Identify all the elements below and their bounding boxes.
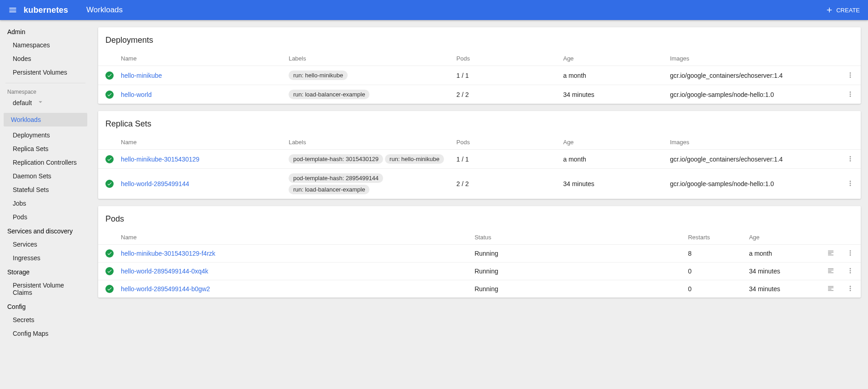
more-actions-icon[interactable]: [846, 248, 855, 258]
caret-down-icon: [36, 98, 45, 107]
more-actions-icon[interactable]: [846, 284, 855, 293]
col-labels: Labels: [285, 135, 453, 150]
col-name: Name: [117, 135, 285, 150]
sidebar-item-replication-controllers[interactable]: Replication Controllers: [0, 156, 91, 169]
label-chip: run: hello-minikube: [289, 71, 348, 80]
pods-table: Name Status Restarts Age hello-minikube-…: [98, 230, 861, 298]
resource-link[interactable]: hello-minikube-3015430129: [121, 156, 200, 163]
more-actions-icon[interactable]: [846, 154, 855, 163]
cell-age: 34 minutes: [745, 280, 822, 298]
cell-restarts: 0: [684, 263, 745, 280]
resource-link[interactable]: hello-world-2895499144-b0gw2: [121, 285, 210, 293]
deployments-title: Deployments: [98, 27, 861, 51]
app-header: kubernetes Workloads CREATE: [0, 0, 868, 20]
replicasets-title: Replica Sets: [98, 111, 861, 135]
cell-age: 34 minutes: [559, 85, 666, 104]
sidebar-item-config-maps[interactable]: Config Maps: [0, 327, 91, 340]
label-chip: run: hello-minikube: [385, 154, 444, 164]
sidebar-item-workloads[interactable]: Workloads: [4, 113, 87, 126]
sidebar-item-pods[interactable]: Pods: [0, 210, 91, 224]
col-restarts: Restarts: [684, 230, 745, 245]
sidebar-group-services: Services and discovery: [0, 224, 91, 237]
table-row: hello-worldrun: load-balancer-example2 /…: [98, 85, 861, 104]
sidebar-item-nodes[interactable]: Nodes: [0, 52, 91, 66]
status-ok-icon: [105, 180, 114, 188]
sidebar-item-persistent-volumes[interactable]: Persistent Volumes: [0, 66, 91, 79]
table-row: hello-minikube-3015430129pod-template-ha…: [98, 150, 861, 169]
cell-images: gcr.io/google_containers/echoserver:1.4: [666, 150, 840, 169]
more-actions-icon[interactable]: [846, 266, 855, 275]
resource-link[interactable]: hello-world: [121, 91, 152, 98]
col-age: Age: [559, 51, 666, 66]
logs-icon[interactable]: [826, 248, 835, 258]
col-images: Images: [666, 135, 840, 150]
sidebar-group-admin: Admin: [0, 25, 91, 38]
sidebar-item-daemon-sets[interactable]: Daemon Sets: [0, 169, 91, 183]
cell-images: gcr.io/google-samples/node-hello:1.0: [666, 169, 840, 199]
namespace-select[interactable]: default: [0, 95, 91, 111]
main-content: Deployments Name Labels Pods Age Images …: [91, 20, 868, 389]
create-button-label: CREATE: [836, 7, 860, 14]
status-ok-icon: [105, 267, 114, 275]
col-name: Name: [117, 51, 285, 66]
cell-pods: 1 / 1: [453, 150, 559, 169]
namespace-label: Namespace: [0, 87, 91, 95]
plus-icon: [825, 6, 833, 14]
cell-age: a month: [745, 245, 822, 263]
label-chip: pod-template-hash: 2895499144: [289, 173, 383, 183]
sidebar-item-pvc[interactable]: Persistent Volume Claims: [0, 278, 91, 299]
sidebar-item-services[interactable]: Services: [0, 237, 91, 251]
cell-status: Running: [471, 245, 684, 263]
more-actions-icon[interactable]: [846, 71, 855, 80]
deployments-table: Name Labels Pods Age Images hello-miniku…: [98, 51, 861, 104]
table-row: hello-minikuberun: hello-minikube1 / 1a …: [98, 66, 861, 85]
table-header-row: Name Labels Pods Age Images: [98, 51, 861, 66]
sidebar: Admin Namespaces Nodes Persistent Volume…: [0, 20, 91, 389]
resource-link[interactable]: hello-world-2895499144-0xq4k: [121, 268, 208, 275]
sidebar-item-namespaces[interactable]: Namespaces: [0, 38, 91, 52]
label-chip: run: load-balancer-example: [289, 90, 369, 99]
resource-link[interactable]: hello-minikube-3015430129-f4rzk: [121, 250, 215, 257]
col-age: Age: [745, 230, 822, 245]
cell-images: gcr.io/google-samples/node-hello:1.0: [666, 85, 840, 104]
cell-age: a month: [559, 150, 666, 169]
menu-icon[interactable]: [4, 1, 22, 19]
sidebar-item-secrets[interactable]: Secrets: [0, 313, 91, 327]
table-row: hello-world-2895499144-b0gw2Running034 m…: [98, 280, 861, 298]
sidebar-item-stateful-sets[interactable]: Stateful Sets: [0, 183, 91, 197]
create-button[interactable]: CREATE: [821, 3, 864, 17]
sidebar-item-replica-sets[interactable]: Replica Sets: [0, 142, 91, 156]
sidebar-item-ingresses[interactable]: Ingresses: [0, 251, 91, 265]
more-actions-icon[interactable]: [846, 179, 855, 188]
more-actions-icon[interactable]: [846, 90, 855, 99]
status-ok-icon: [105, 249, 114, 258]
sidebar-item-jobs[interactable]: Jobs: [0, 197, 91, 210]
cell-restarts: 0: [684, 280, 745, 298]
table-header-row: Name Status Restarts Age: [98, 230, 861, 245]
page-title: Workloads: [86, 5, 123, 15]
table-header-row: Name Labels Pods Age Images: [98, 135, 861, 150]
col-status: Status: [471, 230, 684, 245]
label-chip: run: load-balancer-example: [289, 185, 369, 194]
table-row: hello-world-2895499144pod-template-hash:…: [98, 169, 861, 199]
cell-restarts: 8: [684, 245, 745, 263]
pods-card: Pods Name Status Restarts Age hello-mini…: [98, 206, 861, 298]
namespace-value: default: [13, 99, 32, 106]
resource-link[interactable]: hello-world-2895499144: [121, 180, 189, 187]
sidebar-item-deployments[interactable]: Deployments: [0, 128, 91, 142]
sidebar-group-config: Config: [0, 299, 91, 313]
col-labels: Labels: [285, 51, 453, 66]
table-row: hello-minikube-3015430129-f4rzkRunning8a…: [98, 245, 861, 263]
col-name: Name: [117, 230, 471, 245]
resource-link[interactable]: hello-minikube: [121, 72, 162, 79]
cell-age: 34 minutes: [745, 263, 822, 280]
status-ok-icon: [105, 91, 114, 99]
col-pods: Pods: [453, 51, 559, 66]
logs-icon[interactable]: [826, 266, 835, 275]
logs-icon[interactable]: [826, 284, 835, 293]
replicasets-card: Replica Sets Name Labels Pods Age Images…: [98, 111, 861, 199]
status-ok-icon: [105, 71, 114, 80]
sidebar-group-storage: Storage: [0, 265, 91, 278]
cell-age: a month: [559, 66, 666, 85]
cell-status: Running: [471, 280, 684, 298]
